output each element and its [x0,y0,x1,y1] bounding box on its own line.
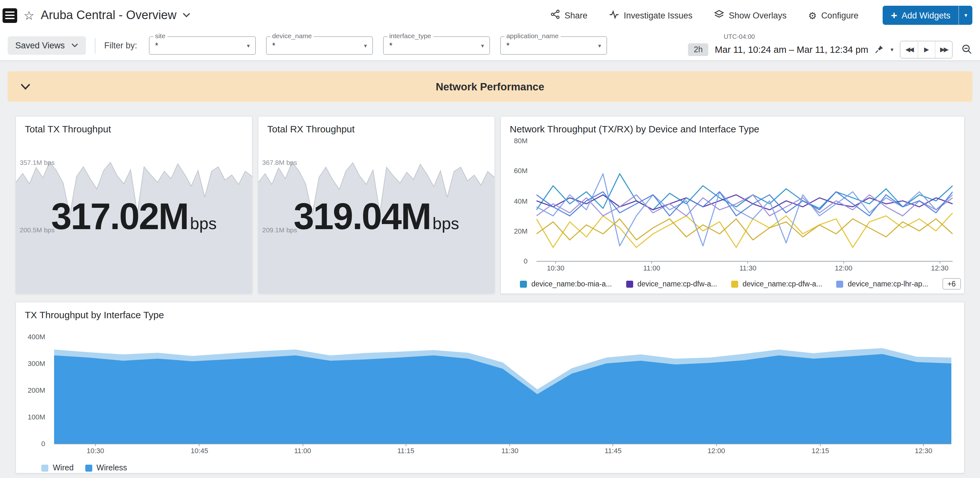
configure-button[interactable]: ⚙ Configure [808,11,859,20]
x-tick-label: 11:45 [605,447,621,454]
hamburger-menu-button[interactable] [3,8,17,22]
legend-swatch [520,280,527,287]
filter-by-label: Filter by: [104,41,137,50]
add-widgets-label: Add Widgets [902,11,950,20]
tx-sparkline-chart[interactable]: 357.1M bps 200.5M bps 317.02Mbps [16,153,252,293]
device-throughput-chart[interactable]: 020M40M60M80M 10:3011:0011:3012:0012:30 [536,141,953,261]
show-overlays-button[interactable]: Show Overlays [714,10,786,21]
x-tick-label: 11:00 [294,447,311,454]
legend-item[interactable]: device_name:cp-dfw-a... [626,280,717,288]
x-tick-label: 12:30 [931,264,948,272]
x-tick-mark [302,444,303,446]
x-tick-mark [510,444,511,446]
page-title: Aruba Central - Overview [41,8,177,22]
x-axis: 10:3010:4511:0011:1511:3011:4512:0012:15… [54,444,951,455]
y-axis: 0100M200M300M400M [21,337,49,444]
time-range-badge[interactable]: 2h [688,43,709,56]
share-label: Share [565,11,587,20]
x-axis: 10:3011:0011:3012:0012:30 [536,261,953,272]
x-tick-mark [716,444,716,446]
x-tick-label: 10:45 [191,447,208,454]
y-tick-label: 100M [28,413,45,421]
legend-label: device_name:cp-dfw-a... [637,280,717,288]
legend-overflow-badge[interactable]: +6 [942,278,961,290]
y-tick-label: 0 [524,257,528,265]
legend-swatch [731,280,738,287]
add-widgets-button[interactable]: +Add Widgets ▾ [883,6,972,25]
y-tick-label: 80M [514,137,528,145]
x-tick-label: 11:30 [501,447,518,454]
legend-item[interactable]: device_name:bo-mia-a... [520,280,612,288]
filter-interface-type[interactable]: interface_type *▾ [383,36,490,55]
y-tick-label: 60M [514,167,528,175]
filter-device-name-label: device_name [270,32,314,40]
interface-throughput-chart[interactable]: 0100M200M300M400M 10:3010:4511:0011:1511… [54,337,951,444]
fast-forward-button[interactable]: ▶▶ [935,41,952,57]
pin-icon[interactable] [875,45,884,54]
filter-site-label: site [153,32,167,40]
zoom-out-icon[interactable] [961,44,972,55]
time-range-dropdown-caret[interactable]: ▾ [891,46,894,53]
rewind-button[interactable]: ◀◀ [900,41,918,57]
dashboard-content: Network Performance Total TX Throughput … [0,61,980,473]
network-performance-section-header[interactable]: Network Performance [8,71,972,102]
saved-views-button[interactable]: Saved Views [8,36,86,55]
play-button[interactable]: ▶ [918,41,935,57]
legend-label: device_name:cp-dfw-a... [743,280,822,288]
saved-views-label: Saved Views [15,41,65,50]
rx-sparkline-chart[interactable]: 367.8M bps 209.1M bps 319.04Mbps [258,153,495,293]
title-chevron-icon[interactable] [183,13,191,18]
x-tick-mark [613,444,614,446]
x-tick-mark [939,261,940,263]
favorite-star-icon[interactable]: ☆ [24,9,34,21]
filter-device-name[interactable]: device_name *▾ [266,36,372,55]
filter-site-value: * [155,41,158,50]
y-tick-label: 200M [28,386,45,394]
interface-area-svg [54,337,951,444]
rx-current-value: 319.04Mbps [258,195,495,237]
x-tick-mark [820,444,821,446]
time-range-text[interactable]: Mar 11, 10:24 am – Mar 11, 12:34 pm [714,44,868,54]
collapse-chevron-icon[interactable] [21,81,30,93]
filter-application-name[interactable]: application_name *▾ [500,36,607,55]
device-chart-legend: device_name:bo-mia-a...device_name:cp-df… [501,278,964,290]
legend-item[interactable]: device_name:cp-lhr-ap... [836,280,928,288]
interface-chart-legend: WiredWireless [16,464,964,472]
legend-label: Wireless [96,464,127,472]
x-tick-label: 11:00 [643,264,660,272]
legend-item[interactable]: Wired [41,464,73,472]
legend-swatch [626,280,633,287]
widget-title: TX Throughput by Interface Type [16,302,964,320]
filter-device-name-value: * [272,41,275,50]
legend-label: device_name:cp-lhr-ap... [848,280,928,288]
rx-max-label: 367.8M bps [262,158,297,166]
filter-bar: Saved Views Filter by: site *▾ device_na… [0,30,980,61]
plus-icon: + [891,10,897,21]
x-tick-mark [406,444,406,446]
filter-site[interactable]: site *▾ [149,36,256,55]
legend-swatch [85,464,92,471]
x-tick-label: 11:30 [740,264,756,272]
legend-swatch [836,280,843,287]
tx-max-label: 357.1M bps [20,158,55,166]
investigate-icon [609,10,619,21]
aruba-central-dashboard: ☆ Aruba Central - Overview Share Investi… [0,0,980,478]
share-button[interactable]: Share [550,10,587,21]
chevron-down-icon [71,43,78,48]
chevron-down-icon: ▾ [247,42,250,49]
chevron-down-icon: ▾ [598,42,601,49]
add-widgets-dropdown-caret[interactable]: ▾ [959,6,972,25]
interface-throughput-widget: TX Throughput by Interface Type 0100M200… [15,302,965,473]
legend-item[interactable]: Wireless [85,464,127,472]
filter-application-name-value: * [506,41,509,50]
gear-icon: ⚙ [808,11,817,20]
filter-interface-type-value: * [389,41,392,50]
time-range-cluster: UTC-04:00 2h Mar 11, 10:24 am – Mar 11, … [688,33,972,58]
legend-item[interactable]: device_name:cp-dfw-a... [731,280,822,288]
investigate-issues-button[interactable]: Investigate Issues [609,10,692,21]
widget-title: Network Throughput (TX/RX) by Device and… [501,116,964,134]
widget-title: Total RX Throughput [258,116,495,134]
device-throughput-widget: Network Throughput (TX/RX) by Device and… [500,116,965,294]
tx-current-value: 317.02Mbps [16,195,252,237]
timezone-label: UTC-04:00 [724,33,755,40]
